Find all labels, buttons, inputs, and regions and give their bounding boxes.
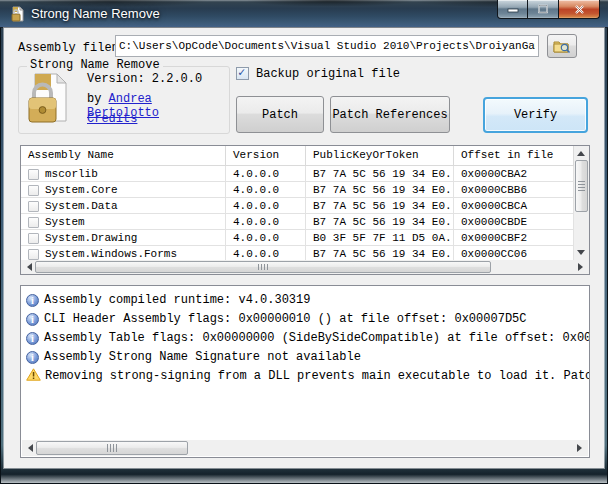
- scroll-left-arrow-icon[interactable]: [28, 444, 33, 452]
- groupbox-title: Strong Name Remove: [27, 58, 163, 72]
- row-checkbox[interactable]: [28, 233, 39, 244]
- assembly-table: Assembly Name Version PublicKeyOrToken O…: [20, 145, 590, 275]
- info-icon: i: [26, 351, 39, 364]
- row-checkbox[interactable]: [28, 249, 39, 260]
- row-checkbox[interactable]: [28, 217, 39, 228]
- table-row[interactable]: mscorlib 4.0.0.0 B7 7A 5C 56 19 34 E0...…: [21, 166, 574, 182]
- scroll-up-arrow-icon[interactable]: [577, 151, 585, 156]
- cell-token: B7 7A 5C 56 19 34 E0...: [306, 214, 454, 230]
- table-row[interactable]: System.Core 4.0.0.0 B7 7A 5C 56 19 34 E0…: [21, 182, 574, 198]
- log-panel: i Assembly compiled runtime: v4.0.30319 …: [20, 285, 590, 458]
- cell-version: 4.0.0.0: [226, 198, 306, 214]
- cell-version: 4.0.0.0: [226, 214, 306, 230]
- about-groupbox: Strong Name Remove Version: 2.2.0.0 by A…: [18, 66, 230, 134]
- vertical-scroll-thumb[interactable]: [575, 160, 588, 212]
- cell-offset: 0x0000CBF2: [454, 230, 574, 246]
- info-icon: i: [26, 313, 39, 326]
- verify-button[interactable]: Verify: [483, 97, 588, 133]
- maximize-icon: [537, 4, 549, 14]
- cell-assembly-name: System.Windows.Forms: [45, 248, 177, 260]
- row-checkbox[interactable]: [28, 185, 39, 196]
- cell-token: B7 7A 5C 56 19 34 E0...: [306, 166, 454, 182]
- thumb-grip-icon: [107, 444, 117, 452]
- title-bar[interactable]: Strong Name Remove: [0, 0, 608, 28]
- log-text: Assembly compiled runtime: v4.0.30319: [44, 293, 310, 307]
- log-text: Removing strong-signing from a DLL preve…: [45, 369, 589, 383]
- column-header-version[interactable]: Version: [226, 146, 306, 166]
- cell-version: 4.0.0.0: [226, 182, 306, 198]
- cell-assembly-name: System.Core: [45, 184, 118, 196]
- table-row[interactable]: System.Data 4.0.0.0 B7 7A 5C 56 19 34 E0…: [21, 198, 574, 214]
- log-text: Assembly Strong Name Signature not avail…: [44, 350, 361, 364]
- minimize-button[interactable]: [497, 0, 528, 19]
- by-label: by: [87, 92, 101, 106]
- table-body: mscorlib 4.0.0.0 B7 7A 5C 56 19 34 E0...…: [21, 166, 574, 262]
- browse-folder-icon: [553, 39, 571, 54]
- scroll-left-arrow-icon[interactable]: [27, 263, 32, 271]
- log-horizontal-scrollbar[interactable]: [22, 440, 588, 456]
- browse-button[interactable]: [547, 34, 577, 58]
- caption-button-group: [497, 0, 600, 19]
- scroll-right-arrow-icon[interactable]: [577, 444, 582, 452]
- log-entry: i Assembly Table flags: 0x00000000 (Side…: [26, 329, 589, 347]
- cell-token: B7 7A 5C 56 19 34 E0...: [306, 198, 454, 214]
- thumb-grip-icon: [258, 264, 268, 270]
- client-area: Assembly filename Strong Name Remove: [4, 28, 604, 468]
- horizontal-scroll-thumb[interactable]: [35, 261, 491, 273]
- assembly-filename-input[interactable]: [115, 35, 539, 57]
- log-entry: i CLI Header Assembly flags: 0x00000010 …: [26, 310, 589, 328]
- credits-link[interactable]: Credits: [87, 112, 137, 126]
- column-header-offset[interactable]: Offset in file: [454, 146, 574, 166]
- table-row[interactable]: System.Drawing 4.0.0.0 B0 3F 5F 7F 11 D5…: [21, 230, 574, 246]
- close-button[interactable]: [558, 0, 600, 19]
- cell-assembly-name: System.Data: [45, 200, 118, 212]
- warning-icon: [26, 368, 41, 381]
- scroll-right-arrow-icon[interactable]: [578, 263, 583, 271]
- column-header-publickey[interactable]: PublicKeyOrToken: [306, 146, 454, 166]
- cell-offset: 0x0000CBDE: [454, 214, 574, 230]
- cell-offset: 0x0000CBCA: [454, 198, 574, 214]
- cell-token: B0 3F 5F 7F 11 D5 0A...: [306, 230, 454, 246]
- cell-offset: 0x0000CBB6: [454, 182, 574, 198]
- window-title: Strong Name Remove: [31, 0, 160, 28]
- app-lock-large-icon: [27, 72, 73, 126]
- table-horizontal-scrollbar[interactable]: [21, 260, 589, 274]
- minimize-icon: [507, 5, 519, 14]
- horizontal-scroll-thumb[interactable]: [36, 441, 188, 455]
- log-text: CLI Header Assembly flags: 0x00000010 ()…: [44, 312, 526, 326]
- app-window: Strong Name Remove Assembly filename: [0, 0, 608, 484]
- patch-references-button[interactable]: Patch References: [330, 96, 450, 133]
- cell-offset: 0x0000CBA2: [454, 166, 574, 182]
- checkmark-icon: ✓: [238, 65, 245, 80]
- log-entry: Removing strong-signing from a DLL preve…: [26, 367, 589, 385]
- maximize-button[interactable]: [528, 0, 558, 19]
- thumb-grip-icon: [578, 181, 585, 191]
- column-header-assembly-name[interactable]: Assembly Name: [21, 146, 226, 166]
- version-label: Version: 2.2.0.0: [87, 72, 202, 86]
- table-row[interactable]: System 4.0.0.0 B7 7A 5C 56 19 34 E0... 0…: [21, 214, 574, 230]
- patch-button[interactable]: Patch: [236, 96, 324, 133]
- log-entry: i Assembly Strong Name Signature not ava…: [26, 348, 589, 366]
- cell-token: B7 7A 5C 56 19 34 E0...: [306, 182, 454, 198]
- row-checkbox[interactable]: [28, 201, 39, 212]
- app-lock-icon: [9, 6, 25, 22]
- log-entry: i Assembly compiled runtime: v4.0.30319: [26, 291, 589, 309]
- close-icon: [574, 4, 585, 15]
- backup-checkbox-label[interactable]: Backup original file: [256, 67, 400, 81]
- cell-version: 4.0.0.0: [226, 166, 306, 182]
- scroll-down-arrow-icon[interactable]: [577, 250, 585, 255]
- log-text: Assembly Table flags: 0x00000000 (SideBy…: [44, 331, 589, 345]
- table-header: Assembly Name Version PublicKeyOrToken O…: [21, 146, 574, 166]
- cell-assembly-name: mscorlib: [45, 168, 98, 180]
- cell-version: 4.0.0.0: [226, 230, 306, 246]
- cell-assembly-name: System.Drawing: [45, 232, 137, 244]
- table-vertical-scrollbar[interactable]: [574, 146, 589, 260]
- backup-checkbox[interactable]: ✓: [236, 67, 249, 80]
- info-icon: i: [26, 332, 39, 345]
- row-checkbox[interactable]: [28, 169, 39, 180]
- info-icon: i: [26, 294, 39, 307]
- cell-assembly-name: System: [45, 216, 85, 228]
